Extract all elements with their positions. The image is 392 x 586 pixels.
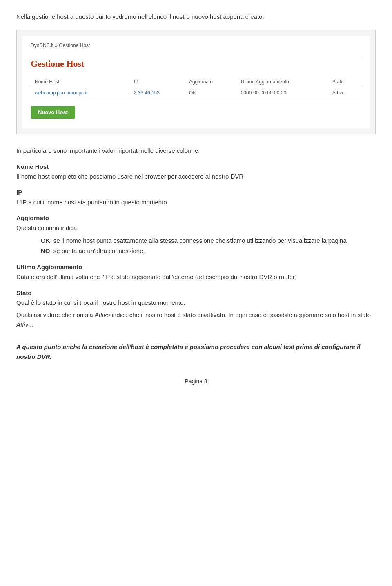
- cell-ip: 2.33.46.153: [130, 87, 185, 98]
- section-heading-nome-host: Nome Host: [16, 163, 376, 170]
- col-header-ultimo-aggiornamento: Ultimo Aggiornamento: [237, 76, 328, 87]
- table-row: webcampippo.homepc.it 2.33.46.153 OK 000…: [31, 87, 361, 98]
- ok-label: OK: [41, 237, 50, 244]
- cell-ultimo-aggiornamento: 0000-00-00 00:00:00: [237, 87, 328, 98]
- footer-bold: A questo punto anche la creazione dell'h…: [16, 343, 360, 360]
- section-heading-aggiornato: Aggiornato: [16, 215, 376, 221]
- section-heading-ip: IP: [16, 189, 376, 196]
- section-body-ultimo-aggiornamento: Data e ora dell'ultima volta che l'IP è …: [16, 272, 376, 282]
- host-table: Nome Host IP Aggiornato Ultimo Aggiornam…: [31, 76, 361, 98]
- attivo-italic-2: Attivo: [16, 321, 32, 328]
- content-intro: In particolare sono importante i valori …: [16, 146, 376, 156]
- no-text: : se punta ad un'altra connessione.: [50, 247, 145, 254]
- cell-aggiornato: OK: [185, 87, 237, 98]
- ok-text: : se il nome host punta esattamente alla…: [50, 237, 347, 244]
- section-body-aggiornato: Questa colonna indica:: [16, 223, 376, 233]
- section-body-ip: L'IP a cui il nome host sta puntando in …: [16, 197, 376, 207]
- screenshot-page-title: Gestione Host: [31, 58, 361, 69]
- page-number: Pagina 8: [16, 378, 376, 385]
- footer-italic-text: A questo punto anche la creazione dell'h…: [16, 342, 376, 362]
- section-body-stato: Qual è lo stato in cui si trova il nostr…: [16, 298, 376, 308]
- section-body-stato-extra: Qualsiasi valore che non sia Attivo indi…: [16, 310, 376, 330]
- divider: [31, 56, 361, 56]
- cell-nome-host: webcampippo.homepc.it: [31, 87, 130, 98]
- ok-item: OK: se il nome host punta esattamente al…: [41, 235, 376, 246]
- cell-stato: Attivo: [328, 87, 361, 98]
- col-header-nome-host: Nome Host: [31, 76, 130, 87]
- col-header-ip: IP: [130, 76, 185, 87]
- intro-text: Nella gestione host a questo punto vedre…: [16, 12, 376, 22]
- aggiornato-indent: OK: se il nome host punta esattamente al…: [41, 235, 376, 256]
- attivo-italic: Attivo: [95, 311, 110, 318]
- screenshot-container: DynDNS.it » Gestione Host Gestione Host …: [16, 30, 376, 134]
- section-heading-stato: Stato: [16, 289, 376, 296]
- no-label: NO: [41, 247, 50, 254]
- nuovo-host-button[interactable]: Nuovo Host: [31, 106, 75, 119]
- col-header-stato: Stato: [328, 76, 361, 87]
- section-heading-ultimo-aggiornamento: Ultimo Aggiornamento: [16, 264, 376, 271]
- no-item: NO: se punta ad un'altra connessione.: [41, 246, 376, 256]
- section-body-nome-host: Il nome host completo che possiamo usare…: [16, 172, 376, 181]
- col-header-aggiornato: Aggiornato: [185, 76, 237, 87]
- breadcrumb: DynDNS.it » Gestione Host: [31, 42, 361, 50]
